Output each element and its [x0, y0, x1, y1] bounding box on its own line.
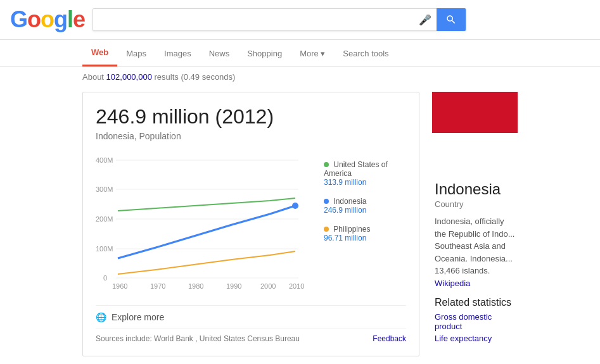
legend-dot-usa: [324, 162, 329, 167]
legend-item-usa: United States ofAmerica 313.9 million: [324, 160, 406, 187]
related-stats-title: Related statistics: [435, 297, 515, 308]
legend-value-philippines: 96.71 million: [324, 234, 366, 242]
country-description: Indonesia, officially the Republic of In…: [435, 215, 515, 289]
tab-shopping[interactable]: Shopping: [238, 41, 291, 66]
legend-item-indonesia: Indonesia 246.9 million: [324, 197, 406, 215]
wikipedia-link[interactable]: Wikipedia: [435, 279, 470, 288]
svg-text:1970: 1970: [150, 282, 165, 290]
flag-red-stripe: [432, 92, 518, 133]
search-box: population indonesia 🎤: [93, 8, 466, 31]
chart-container: 400M 300M 200M 100M 0: [96, 154, 406, 295]
right-info: Indonesia Country Indonesia, officially …: [432, 174, 518, 352]
legend-dot-philippines: [324, 227, 329, 232]
main-content: 246.9 million (2012) Indonesia, Populati…: [0, 87, 600, 361]
tab-web[interactable]: Web: [82, 40, 117, 66]
svg-text:1960: 1960: [112, 282, 127, 290]
right-panel: Indonesia Country Indonesia, officially …: [432, 92, 518, 356]
explore-more-button[interactable]: 🌐 Explore more: [96, 305, 406, 329]
svg-text:400M: 400M: [96, 156, 113, 164]
tab-images[interactable]: Images: [155, 41, 200, 66]
nav-tabs: Web Maps Images News Shopping More ▾ Sea…: [0, 40, 600, 67]
legend-name-philippines: Philippines: [333, 225, 370, 234]
google-logo: Google: [10, 6, 85, 33]
svg-text:1980: 1980: [188, 282, 203, 290]
logo-l: l: [67, 6, 73, 32]
svg-text:1990: 1990: [226, 282, 241, 290]
svg-text:2000: 2000: [260, 282, 276, 290]
tab-more[interactable]: More ▾: [291, 41, 334, 66]
legend-dot-indonesia: [324, 199, 329, 204]
logo-e: e: [73, 6, 85, 32]
logo-o2: o: [41, 6, 54, 32]
result-count: About 102,000,000 results (0.49 seconds): [0, 67, 600, 87]
legend-item-philippines: Philippines 96.71 million: [324, 225, 406, 242]
legend-name-usa: United States ofAmerica: [324, 160, 388, 178]
feedback-link[interactable]: Feedback: [373, 334, 406, 343]
population-value: 246.9 million (2012): [96, 105, 406, 129]
globe-icon: 🌐: [96, 312, 106, 322]
svg-text:200M: 200M: [96, 215, 113, 223]
legend-value-usa: 313.9 million: [324, 178, 366, 187]
legend-value-indonesia: 246.9 million: [324, 206, 366, 215]
chart-svg: 400M 300M 200M 100M 0: [96, 154, 311, 295]
search-button[interactable]: [437, 8, 466, 31]
svg-text:2010: 2010: [289, 282, 304, 290]
sources-text: Sources include: World Bank , United Sta…: [96, 334, 300, 343]
tab-news[interactable]: News: [200, 41, 239, 66]
logo-o1: o: [27, 6, 41, 32]
chart-legend: United States ofAmerica 313.9 million In…: [324, 154, 406, 295]
header: Google population indonesia 🎤: [0, 0, 600, 40]
related-stat-life-expectancy[interactable]: Life expectancy: [435, 334, 515, 343]
svg-text:300M: 300M: [96, 185, 113, 193]
tab-maps[interactable]: Maps: [117, 41, 155, 66]
explore-more-label: Explore more: [112, 312, 164, 322]
svg-point-10: [292, 203, 298, 209]
flag-white-stripe: [432, 133, 518, 174]
tab-search-tools[interactable]: Search tools: [334, 41, 397, 66]
indonesia-flag: [432, 92, 518, 174]
country-type: Country: [435, 199, 515, 209]
legend-name-indonesia: Indonesia: [333, 197, 366, 206]
result-count-number: 102,000,000: [106, 72, 152, 82]
population-label: Indonesia, Population: [96, 131, 406, 141]
search-input[interactable]: population indonesia: [93, 14, 414, 25]
knowledge-card: 246.9 million (2012) Indonesia, Populati…: [82, 92, 419, 356]
country-name: Indonesia: [435, 180, 515, 198]
related-stat-gdp[interactable]: Gross domestic product: [435, 312, 515, 331]
population-chart: 400M 300M 200M 100M 0: [96, 154, 311, 293]
svg-text:0: 0: [103, 274, 107, 282]
search-icon: [445, 14, 457, 25]
svg-text:100M: 100M: [96, 245, 113, 253]
microphone-icon[interactable]: 🎤: [414, 14, 437, 26]
logo-g: G: [10, 6, 27, 32]
logo-g2: g: [54, 6, 67, 32]
card-footer: Sources include: World Bank , United Sta…: [96, 329, 406, 343]
